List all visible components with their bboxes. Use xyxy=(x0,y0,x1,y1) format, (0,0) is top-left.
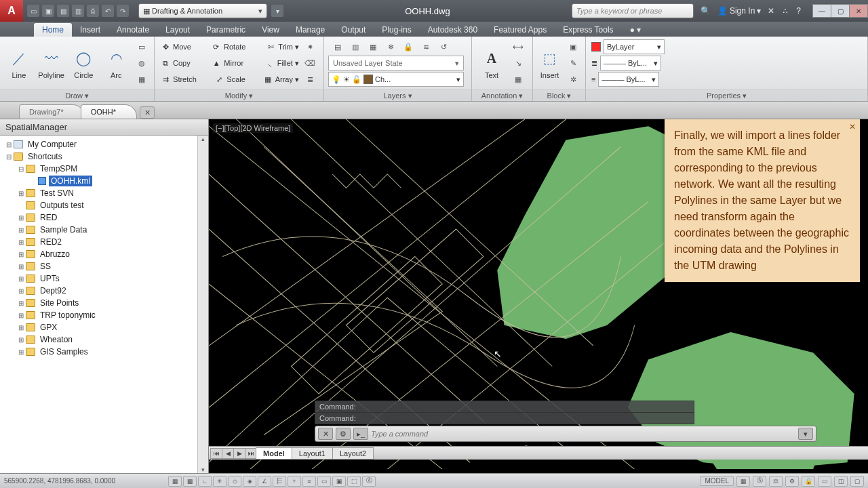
save-icon[interactable]: ▤ xyxy=(57,5,69,17)
tool-trim[interactable]: ✄ Trim ▾ xyxy=(265,41,299,52)
table-icon[interactable]: ▦ xyxy=(510,72,526,87)
tree-node[interactable]: ⊟My Computer xyxy=(0,138,208,150)
osnap-icon[interactable]: ◇ xyxy=(228,476,241,487)
tree-expander-icon[interactable]: ⊞ xyxy=(16,336,26,344)
am-icon[interactable]: Ⓐ xyxy=(362,476,376,487)
layout-next-icon[interactable]: ▶ xyxy=(233,448,245,459)
menu-tab-autodesk-360[interactable]: Autodesk 360 xyxy=(420,23,486,37)
cmd-customize-icon[interactable]: ⚙ xyxy=(336,428,351,440)
dyn-icon[interactable]: + xyxy=(288,476,301,487)
tool-stretch[interactable]: ⇉ Stretch xyxy=(160,74,197,85)
lineweight-combo[interactable]: ——— ByL...▾ xyxy=(600,56,661,70)
tree-node[interactable]: ⊞Test SVN xyxy=(0,187,208,199)
tree-expander-icon[interactable]: ⊞ xyxy=(16,324,26,331)
help-search[interactable]: Type a keyword or phrase xyxy=(572,3,694,18)
menu-tab-parametric[interactable]: Parametric xyxy=(198,23,254,37)
lwt-icon[interactable]: ≡ xyxy=(302,476,316,487)
status-scale-icon[interactable]: ⚖ xyxy=(769,476,783,487)
lineweight-icon[interactable]: ≣ xyxy=(591,59,597,68)
menu-tab-plug-ins[interactable]: Plug-ins xyxy=(374,23,419,37)
close-button[interactable]: ✕ xyxy=(849,4,868,18)
new-icon[interactable]: ▭ xyxy=(27,5,39,17)
rectangle-icon[interactable]: ▭ xyxy=(134,39,150,54)
tree-expander-icon[interactable]: ⊞ xyxy=(16,226,26,234)
tree-expander-icon[interactable]: ⊞ xyxy=(16,300,26,307)
tree-scrollbar[interactable] xyxy=(197,136,208,473)
snap-icon[interactable]: ▦ xyxy=(168,476,182,487)
layermatch-icon[interactable]: ≋ xyxy=(418,39,434,54)
attr-block-icon[interactable]: ✲ xyxy=(565,72,581,87)
document-tab[interactable]: Drawing7* xyxy=(19,104,85,119)
tree-node[interactable]: Outputs test xyxy=(0,199,208,211)
cmd-recent-icon[interactable]: ▾ xyxy=(798,428,813,440)
tool-scale[interactable]: ⤢ Scale xyxy=(214,74,245,85)
ortho-icon[interactable]: ∟ xyxy=(198,476,212,487)
tree-node[interactable]: ⊞Site Points xyxy=(0,297,208,309)
layout-tab[interactable]: Layout2 xyxy=(332,447,374,460)
hatch-icon[interactable]: ▦ xyxy=(134,72,150,87)
minimize-button[interactable]: — xyxy=(812,4,831,18)
layout-tab[interactable]: Layout1 xyxy=(292,447,333,460)
plot-icon[interactable]: ⎙ xyxy=(87,5,99,17)
tree-node[interactable]: OOHH.kml xyxy=(0,175,208,187)
document-tab[interactable]: OOHH* xyxy=(81,104,137,119)
tree-expander-icon[interactable]: ⊞ xyxy=(16,312,26,319)
undo-icon[interactable]: ↶ xyxy=(102,5,114,17)
menu-extra-icon[interactable]: ● ▾ xyxy=(622,23,650,37)
tree-expander-icon[interactable]: ⊟ xyxy=(16,165,26,173)
cmd-close-icon[interactable]: ✕ xyxy=(318,428,333,440)
status-hw-icon[interactable]: ▭ xyxy=(818,476,831,487)
menu-tab-output[interactable]: Output xyxy=(333,23,374,37)
dimension-icon[interactable]: ⟷ xyxy=(510,39,526,54)
sc-icon[interactable]: ⬚ xyxy=(347,476,361,487)
grid-icon[interactable]: ▩ xyxy=(183,476,197,487)
layerprops-icon[interactable]: ▤ xyxy=(330,39,346,54)
status-ann-icon[interactable]: Ⓐ xyxy=(753,476,766,487)
ellipse-icon[interactable]: ◍ xyxy=(134,56,150,70)
tool-mirror[interactable]: ▲ Mirror xyxy=(211,58,243,68)
edit-block-icon[interactable]: ✎ xyxy=(565,56,581,70)
tool-copy[interactable]: ⧉ Copy xyxy=(160,58,191,68)
tree-node[interactable]: ⊞Abruzzo xyxy=(0,248,208,260)
search-go-icon[interactable]: 🔍 xyxy=(701,6,711,16)
layerfrz-icon[interactable]: ❄ xyxy=(382,39,399,54)
tree-expander-icon[interactable]: ⊞ xyxy=(16,263,26,270)
explode-icon[interactable]: ⁕ xyxy=(302,39,318,54)
status-iso-icon[interactable]: ◫ xyxy=(834,476,848,487)
tree-node[interactable]: ⊟Shortcuts xyxy=(0,150,208,163)
viewport-controls[interactable]: [−][Top][2D Wireframe] xyxy=(213,123,293,133)
menu-tab-layout[interactable]: Layout xyxy=(157,23,198,37)
layeriso-icon[interactable]: ▦ xyxy=(365,39,381,54)
tool-move[interactable]: ✥ Move xyxy=(160,41,191,52)
tree-node[interactable]: ⊞RED2 xyxy=(0,236,208,248)
tree-node[interactable]: ⊞Sample Data xyxy=(0,224,208,236)
tree-expander-icon[interactable]: ⊟ xyxy=(4,153,14,161)
status-ws-icon[interactable]: ⚙ xyxy=(785,476,799,487)
status-clean-icon[interactable]: ▢ xyxy=(850,476,864,487)
tool-fillet[interactable]: ◟ Fillet ▾ xyxy=(264,58,299,68)
menu-tab-home[interactable]: Home xyxy=(34,23,72,37)
workspace-dd-icon[interactable]: ▾ xyxy=(271,5,283,17)
workspace-selector[interactable]: ▦ Drafting & Annotation▾ xyxy=(138,3,267,18)
tool-array[interactable]: ▦ Array ▾ xyxy=(262,74,299,85)
menu-tab-express-tools[interactable]: Express Tools xyxy=(555,23,621,37)
tool-rotate[interactable]: ⟳ Rotate xyxy=(211,41,245,52)
modelspace-toggle[interactable]: MODEL xyxy=(700,476,734,486)
tree-expander-icon[interactable]: ⊞ xyxy=(16,190,26,197)
tree-node[interactable]: ⊞UPTs xyxy=(0,272,208,285)
tree-node[interactable]: ⊟TempSPM xyxy=(0,163,208,175)
layer-state-combo[interactable]: Unsaved Layer State▾ xyxy=(328,56,464,70)
tree-node[interactable]: ⊞Dept92 xyxy=(0,285,208,297)
menu-tab-featured-apps[interactable]: Featured Apps xyxy=(486,23,555,37)
tree-expander-icon[interactable]: ⊞ xyxy=(16,214,26,222)
tool-text[interactable]: AText xyxy=(476,47,507,79)
help-icon[interactable]: ? xyxy=(796,6,801,16)
tool-arc[interactable]: ◠Arc xyxy=(101,47,131,79)
exchange-icon[interactable]: ✕ xyxy=(768,6,774,16)
qp-icon[interactable]: ▣ xyxy=(332,476,346,487)
tree-node[interactable]: ⊞SS xyxy=(0,260,208,272)
tree-expander-icon[interactable]: ⊟ xyxy=(4,141,14,148)
layout-prev-icon[interactable]: ◀ xyxy=(222,448,234,459)
offset-icon[interactable]: ≣ xyxy=(302,72,318,87)
layerlock-icon[interactable]: 🔒 xyxy=(400,39,416,54)
